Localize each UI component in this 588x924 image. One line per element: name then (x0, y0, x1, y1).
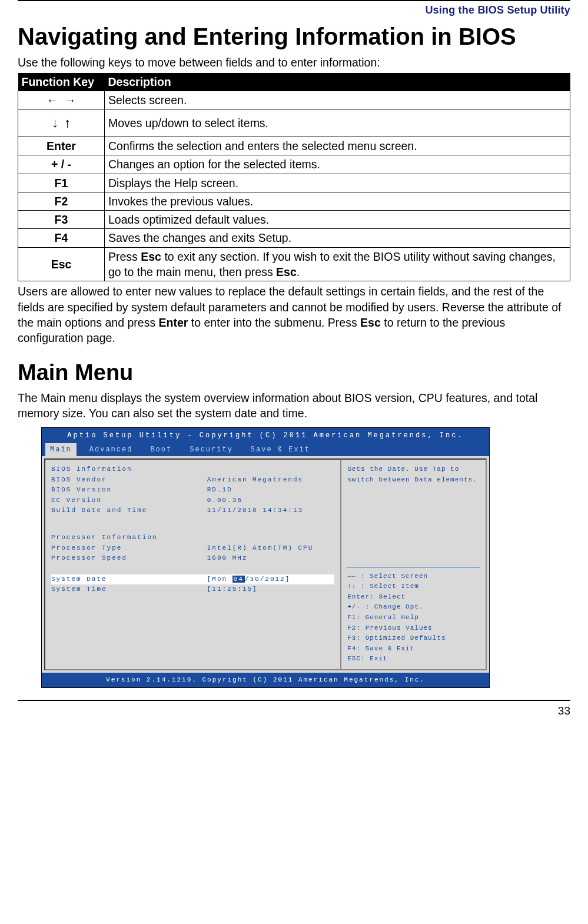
desc-cell: Selects screen. (105, 91, 570, 109)
bios-tab-boot: Boot (145, 443, 177, 456)
bios-field: BIOS VersionRD.1D (51, 485, 334, 496)
bios-footer: Version 2.14.1219. Copyright (C) 2011 Am… (42, 673, 489, 687)
bios-screenshot: Aptio Setup Utility - Copyright (C) 2011… (41, 427, 490, 688)
bios-legend-line: +/- : Change Opt. (347, 602, 480, 613)
bios-key-legend: →← : Select Screen↑↓ : Select ItemEnter:… (347, 567, 480, 664)
table-header-key: Function Key (18, 73, 105, 91)
table-header-desc: Description (105, 73, 570, 91)
up-arrow-icon: ↑ (64, 114, 71, 132)
table-row: F2Invokes the previous values. (18, 192, 570, 210)
bios-help-text: Sets the Date. Use Tap to switch between… (347, 464, 480, 485)
bios-legend-line: ↑↓ : Select Item (347, 581, 480, 592)
system-date-row: System Date[Mon 04/30/2012] (51, 574, 334, 585)
bios-tab-main: Main (45, 443, 77, 456)
bios-legend-line: F4: Save & Exit (347, 644, 480, 654)
key-cell: ← → (18, 91, 105, 109)
desc-cell: Moves up/down to select items. (105, 109, 570, 137)
table-row: F1Displays the Help screen. (18, 174, 570, 192)
table-row: EnterConfirms the selection and enters t… (18, 137, 570, 155)
bios-tabs: MainAdvancedBootSecuritySave & Exit (42, 443, 489, 456)
footer-rule (18, 700, 570, 701)
table-row: EscPress Esc to exit any section. If you… (18, 247, 570, 281)
key-cell: F3 (18, 211, 105, 229)
bios-field: Processor TypeIntel(R) Atom(TM) CPU (51, 543, 334, 554)
bios-title-bar: Aptio Setup Utility - Copyright (C) 2011… (42, 428, 489, 443)
section1-body: Users are allowed to enter new values to… (18, 284, 570, 345)
bios-legend-line: F1: General Help (347, 613, 480, 623)
section-heading-main-menu: Main Menu (18, 358, 570, 388)
key-cell: + / - (18, 155, 105, 174)
bios-field: BIOS VendorAmerican Megatrends (51, 475, 334, 486)
right-arrow-icon: → (64, 94, 76, 107)
bios-field: Processor Speed1600 MHz (51, 553, 334, 564)
bios-legend-line: →← : Select Screen (347, 571, 480, 582)
desc-cell: Loads optimized default values. (105, 211, 570, 229)
desc-cell: Invokes the previous values. (105, 192, 570, 210)
proc-info-title: Processor Information (51, 533, 334, 543)
bios-tab-save-exit: Save & Exit (246, 443, 315, 456)
section-heading-navigating: Navigating and Entering Information in B… (18, 22, 570, 51)
key-cell: F4 (18, 229, 105, 247)
bios-tab-advanced: Advanced (85, 443, 138, 456)
section2-intro: The Main menu displays the system overvi… (18, 390, 570, 421)
desc-cell: Changes an option for the selected items… (105, 155, 570, 174)
function-key-table: Function Key Description ← →Selects scre… (18, 73, 570, 282)
system-time-row: System Time[11:25:15] (51, 584, 334, 595)
key-cell: Esc (18, 247, 105, 281)
bios-tab-security: Security (185, 443, 238, 456)
table-row: + / -Changes an option for the selected … (18, 155, 570, 174)
bios-left-pane: BIOS InformationBIOS VendorAmerican Mega… (44, 458, 341, 670)
desc-cell: Confirms the selection and enters the se… (105, 137, 570, 155)
table-row: F3Loads optimized default values. (18, 211, 570, 229)
down-arrow-icon: ↓ (52, 114, 58, 132)
desc-cell: Saves the changes and exits Setup. (105, 229, 570, 247)
bios-legend-line: ESC: Exit (347, 654, 480, 664)
key-cell: F1 (18, 174, 105, 192)
bios-legend-line: Enter: Select (347, 592, 480, 603)
table-row: ↓↑Moves up/down to select items. (18, 109, 570, 137)
page-number: 33 (18, 703, 570, 724)
key-cell: ↓↑ (18, 109, 105, 137)
table-row: ← →Selects screen. (18, 91, 570, 109)
key-cell: F2 (18, 192, 105, 210)
bios-field: Build Date and Time11/11/2010 14:34:13 (51, 506, 334, 516)
table-row: F4Saves the changes and exits Setup. (18, 229, 570, 247)
key-cell: Enter (18, 137, 105, 155)
desc-cell: Displays the Help screen. (105, 174, 570, 192)
bios-legend-line: F3: Optimized Defaults (347, 633, 480, 644)
bios-legend-line: F2: Previous Values (347, 623, 480, 634)
bios-field: EC Version0.00.36 (51, 496, 334, 506)
section1-intro: Use the following keys to move between f… (18, 55, 570, 70)
left-arrow-icon: ← (46, 94, 58, 107)
desc-cell: Press Esc to exit any section. If you wi… (105, 247, 570, 281)
date-month-selected: 04 (232, 576, 245, 583)
bios-info-title: BIOS Information (51, 464, 334, 475)
page-header: Using the BIOS Setup Utility (18, 0, 570, 22)
bios-right-pane: Sets the Date. Use Tap to switch between… (341, 458, 487, 670)
